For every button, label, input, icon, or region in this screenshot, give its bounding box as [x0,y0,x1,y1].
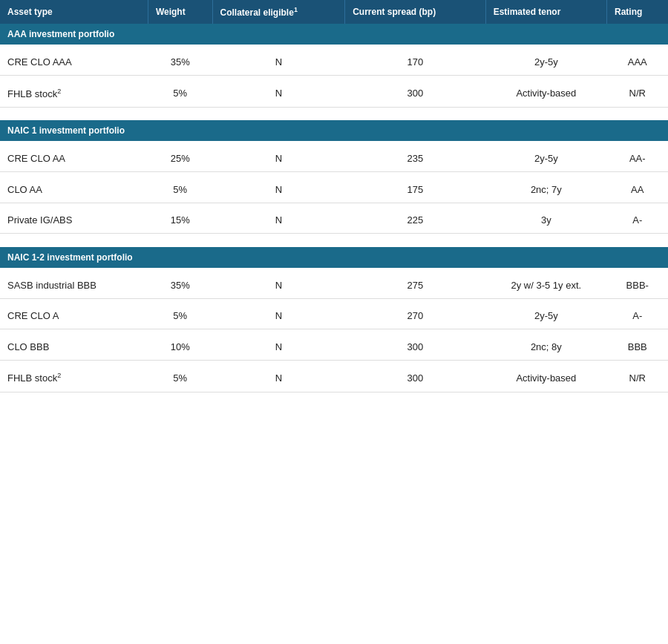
cell-spread: 170 [345,49,486,76]
cell-collateral: N [212,49,345,76]
cell-asset-type: SASB industrial BBB [0,272,148,299]
table-row: Private IG/ABS15%N2253yA- [0,207,668,234]
section-spacer [0,111,668,120]
cell-spread: 300 [345,80,486,108]
cell-weight: 5% [148,177,212,203]
cell-tenor: Activity-based [485,80,606,108]
cell-collateral: N [212,303,345,329]
cell-spread: 175 [345,177,486,203]
col-header-spread: Current spread (bp) [345,0,486,24]
section-header-1: NAIC 1 investment portfolio [0,120,668,141]
cell-tenor: 2y-5y [485,49,606,76]
cell-collateral: N [212,145,345,172]
cell-weight: 5% [148,303,212,329]
cell-collateral: N [212,207,345,234]
cell-rating: AA- [607,145,668,172]
table-row: CLO AA5%N1752nc; 7yAA [0,177,668,203]
cell-weight: 25% [148,145,212,172]
main-table: Asset type Weight Collateral eligible1 C… [0,0,668,396]
spacer-row [0,392,668,396]
col-header-asset-type: Asset type [0,0,148,24]
cell-collateral: N [212,177,345,203]
cell-spread: 270 [345,303,486,329]
table-row: FHLB stock25%N300Activity-basedN/R [0,80,668,108]
cell-weight: 15% [148,207,212,234]
cell-tenor: 2y w/ 3-5 1y ext. [485,272,606,299]
cell-asset-type: FHLB stock2 [0,364,148,392]
table-row: CRE CLO AAA35%N1702y-5yAAA [0,49,668,76]
cell-rating: A- [607,207,668,234]
cell-rating: AAA [607,49,668,76]
cell-asset-type: CLO AA [0,177,148,203]
cell-asset-type: Private IG/ABS [0,207,148,234]
cell-rating: BBB [607,334,668,361]
section-spacer [0,238,668,247]
table-row: SASB industrial BBB35%N2752y w/ 3-5 1y e… [0,272,668,299]
cell-asset-type: FHLB stock2 [0,80,148,108]
cell-rating: A- [607,303,668,329]
cell-spread: 300 [345,334,486,361]
cell-rating: AA [607,177,668,203]
cell-spread: 275 [345,272,486,299]
table-row: CRE CLO AA25%N2352y-5yAA- [0,145,668,172]
cell-weight: 35% [148,272,212,299]
section-header-0: AAA investment portfolio [0,24,668,45]
cell-asset-type: CRE CLO AA [0,145,148,172]
cell-tenor: Activity-based [485,364,606,392]
cell-weight: 10% [148,334,212,361]
table-row: FHLB stock25%N300Activity-basedN/R [0,364,668,392]
cell-asset-type: CLO BBB [0,334,148,361]
cell-tenor: 2y-5y [485,303,606,329]
cell-spread: 225 [345,207,486,234]
cell-tenor: 2y-5y [485,145,606,172]
section-header-2: NAIC 1-2 investment portfolio [0,247,668,268]
cell-tenor: 2nc; 7y [485,177,606,203]
cell-rating: N/R [607,80,668,108]
cell-collateral: N [212,272,345,299]
cell-weight: 5% [148,364,212,392]
col-header-collateral: Collateral eligible1 [212,0,345,24]
cell-tenor: 2nc; 8y [485,334,606,361]
cell-collateral: N [212,334,345,361]
cell-spread: 300 [345,364,486,392]
cell-tenor: 3y [485,207,606,234]
cell-collateral: N [212,80,345,108]
col-header-rating: Rating [607,0,668,24]
cell-weight: 5% [148,80,212,108]
col-header-tenor: Estimated tenor [485,0,606,24]
cell-spread: 235 [345,145,486,172]
cell-asset-type: CRE CLO AAA [0,49,148,76]
cell-rating: N/R [607,364,668,392]
col-header-weight: Weight [148,0,212,24]
cell-collateral: N [212,364,345,392]
cell-asset-type: CRE CLO A [0,303,148,329]
cell-rating: BBB- [607,272,668,299]
cell-weight: 35% [148,49,212,76]
table-row: CRE CLO A5%N2702y-5yA- [0,303,668,329]
table-row: CLO BBB10%N3002nc; 8yBBB [0,334,668,361]
